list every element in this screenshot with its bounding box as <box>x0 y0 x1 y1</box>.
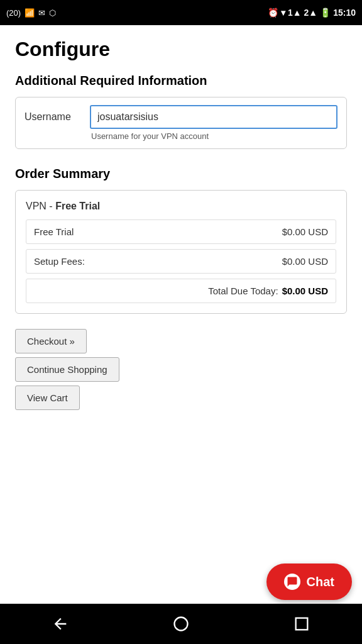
svg-rect-1 <box>296 618 308 630</box>
status-bar: (20) 📶 ✉ ⬡ ⏰ ▾ 1▲ 2▲ 🔋 15:10 <box>0 0 362 25</box>
order-line-1-amount: $0.00 USD <box>282 256 328 267</box>
alarm-icon: ⏰ <box>268 8 278 18</box>
home-icon <box>172 615 190 633</box>
username-row: Username Username for your VPN account <box>25 105 337 141</box>
order-line-0-amount: $0.00 USD <box>282 226 328 237</box>
chat-button[interactable]: Chat <box>266 564 352 600</box>
status-bar-right: ⏰ ▾ 1▲ 2▲ 🔋 15:10 <box>268 8 356 18</box>
order-line-0-label: Free Trial <box>34 226 74 237</box>
recents-icon <box>293 615 310 633</box>
recents-button[interactable] <box>293 615 310 633</box>
page-title: Configure <box>15 38 347 61</box>
home-button[interactable] <box>172 615 190 633</box>
additional-info-card: Username Username for your VPN account <box>15 97 347 149</box>
battery-icon: 🔋 <box>320 8 331 18</box>
status-bar-left: (20) 📶 ✉ ⬡ <box>6 8 56 18</box>
wifi-icon: ▾ <box>281 8 285 18</box>
order-line-1: Setup Fees: $0.00 USD <box>26 249 336 274</box>
time-display: 15:10 <box>333 8 356 18</box>
continue-shopping-button[interactable]: Continue Shopping <box>15 357 119 382</box>
order-total-line: Total Due Today: $0.00 USD <box>26 279 336 303</box>
signal-2: 2▲ <box>304 8 318 18</box>
back-button[interactable] <box>52 615 69 633</box>
username-input[interactable] <box>90 105 337 129</box>
total-amount: $0.00 USD <box>282 286 328 296</box>
notification-count: (20) <box>6 8 21 18</box>
order-line-0: Free Trial $0.00 USD <box>26 219 336 244</box>
signal-1: 1▲ <box>288 8 302 18</box>
username-label: Username <box>25 105 81 123</box>
view-cart-button[interactable]: View Cart <box>15 386 80 410</box>
order-card: VPN - Free Trial Free Trial $0.00 USD Se… <box>15 190 347 314</box>
checkout-button[interactable]: Checkout » <box>15 329 87 353</box>
bb-icon: ⬡ <box>49 8 56 18</box>
product-bold-text: Free Trial <box>55 201 100 211</box>
nav-bar <box>0 604 362 644</box>
order-summary-title: Order Summary <box>15 167 347 181</box>
main-content: Configure Additional Required Informatio… <box>0 25 362 604</box>
order-product-title: VPN - Free Trial <box>26 201 336 212</box>
total-label: Total Due Today: <box>208 286 278 296</box>
username-input-wrapper: Username for your VPN account <box>90 105 337 141</box>
chat-bubble-icon <box>284 574 300 590</box>
chat-icon <box>287 576 298 587</box>
chat-label: Chat <box>307 575 334 589</box>
order-line-1-label: Setup Fees: <box>34 256 85 267</box>
additional-info-title: Additional Required Information <box>15 74 347 88</box>
sim-icon: 📶 <box>25 8 35 18</box>
username-hint: Username for your VPN account <box>90 131 337 141</box>
mail-icon: ✉ <box>38 8 45 18</box>
back-icon <box>52 615 69 633</box>
product-title-text: VPN - <box>26 201 55 211</box>
action-buttons: Checkout » Continue Shopping View Cart <box>15 329 347 410</box>
svg-point-0 <box>175 618 188 631</box>
